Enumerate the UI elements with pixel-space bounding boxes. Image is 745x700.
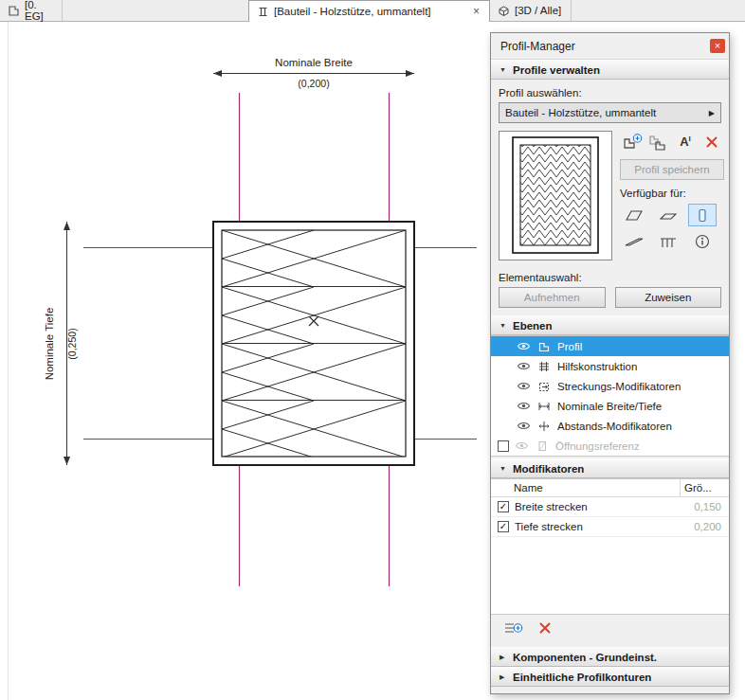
section-label: Komponenten - Grundeinst.: [513, 652, 657, 663]
panel-titlebar[interactable]: Profil-Manager ×: [491, 33, 729, 60]
visibility-eye-icon[interactable]: [517, 381, 532, 391]
nominal-dimension-icon: [537, 400, 552, 413]
section-header-profilkonturen[interactable]: ▶ Einheitliche Profilkonturen: [491, 667, 729, 687]
column-icon: [693, 207, 712, 224]
profile-preview: [499, 131, 612, 260]
layer-row-abstands-modifikatoren[interactable]: Abstands-Modifikatoren: [491, 416, 729, 436]
tab-floorplan[interactable]: [0. EG]: [0, 0, 63, 21]
panel-title: Profil-Manager: [500, 40, 575, 53]
layers-list: Profil Hilfskonstruktion Streckungs-Modi…: [491, 335, 729, 457]
section-label: Modifikatoren: [513, 463, 584, 475]
section-header-ebenen[interactable]: ▼ Ebenen: [491, 315, 729, 335]
panel-close-button[interactable]: ×: [710, 39, 725, 53]
layer-row-hilfskonstruktion[interactable]: Hilfskonstruktion: [491, 356, 729, 376]
view-tab-bar: [0. EG] [Bauteil - Holzstütze, ummantelt…: [0, 0, 745, 22]
stretch-modifier-icon: [537, 380, 552, 393]
modifier-row-tiefe-strecken[interactable]: ✓ Tiefe strecken 0,200: [491, 517, 729, 537]
availability-grid: [620, 204, 724, 253]
tab-profile-editor-label: [Bauteil - Holzstütze, ummantelt]: [274, 6, 431, 17]
construction-grid-icon: [537, 360, 552, 373]
floorplan-icon: [8, 5, 20, 17]
new-profile-button[interactable]: [620, 131, 645, 153]
delete-icon: [538, 621, 552, 635]
pick-up-button[interactable]: Aufnehmen: [499, 287, 606, 308]
tab-close-icon[interactable]: ×: [471, 5, 482, 18]
profile-preview-drawing: [500, 132, 611, 260]
wall-icon: [625, 207, 644, 223]
delete-profile-button[interactable]: [700, 131, 724, 153]
railing-availability-button[interactable]: [654, 230, 682, 253]
info-button[interactable]: [688, 230, 717, 253]
modifier-value[interactable]: 0,150: [681, 501, 729, 512]
section-header-modifikatoren[interactable]: ▼ Modifikatoren: [491, 458, 729, 478]
delete-icon: [705, 135, 718, 149]
available-for-label: Verfügbar für:: [620, 188, 724, 199]
app-window: [0. EG] [Bauteil - Holzstütze, ummantelt…: [0, 0, 745, 700]
slab-availability-button[interactable]: [654, 204, 682, 226]
modifier-value[interactable]: 0,200: [681, 521, 729, 532]
selected-profile-name: Bauteil - Holzstütze, ummantelt: [505, 107, 656, 118]
modifier-checkbox[interactable]: ✓: [498, 521, 509, 532]
modifier-name: Breite strecken: [515, 501, 588, 512]
collapse-triangle-icon: ▼: [500, 322, 507, 329]
modifiers-table: Name Grö... ✓ Breite strecken 0,150 ✓ Ti…: [491, 478, 729, 615]
layer-row-nominale-breite-tiefe[interactable]: Nominale Breite/Tiefe: [491, 396, 729, 416]
3d-view-icon: [498, 5, 510, 17]
dropdown-arrow-icon: ▶: [709, 109, 715, 117]
duplicate-profile-button[interactable]: [646, 131, 671, 153]
info-icon: [694, 233, 711, 250]
modifier-checkbox[interactable]: ✓: [498, 501, 509, 512]
collapse-triangle-icon: ▼: [500, 465, 507, 472]
railing-icon: [659, 234, 678, 249]
layer-row-oeffnungsreferenz[interactable]: Öffnungsreferenz: [491, 436, 729, 456]
width-dim-value: (0,200): [298, 78, 329, 89]
profil-manager-panel: Profil-Manager × ▼ Profile verwalten Pro…: [490, 32, 730, 694]
profile-editor-icon: [257, 6, 269, 18]
profile-preview-section: AI Profil speichern Verfügbar für:: [499, 131, 721, 260]
add-modifier-button[interactable]: [502, 619, 523, 638]
column-availability-button[interactable]: [688, 204, 717, 226]
tab-floorplan-label: [0. EG]: [25, 0, 54, 22]
layer-label: Streckungs-Modifikatoren: [557, 381, 681, 392]
element-selection-buttons: Aufnehmen Zuweisen: [499, 287, 721, 308]
depth-dim-label: Nominale Tiefe: [44, 308, 55, 381]
visibility-eye-icon[interactable]: [517, 361, 532, 371]
layer-row-profil[interactable]: Profil: [491, 336, 729, 356]
save-profile-button[interactable]: Profil speichern: [620, 159, 724, 180]
rename-profile-button[interactable]: AI: [673, 131, 698, 153]
visibility-eye-icon[interactable]: [515, 440, 530, 451]
profile-select-label: Profil auswählen:: [499, 87, 721, 99]
modifiers-toolbar: [491, 615, 729, 643]
profile-select-dropdown[interactable]: Bauteil - Holzstütze, ummantelt ▶: [499, 102, 721, 123]
section-header-profile-verwalten[interactable]: ▼ Profile verwalten: [491, 60, 729, 80]
layer-label: Abstands-Modifikatoren: [557, 421, 672, 432]
tab-profile-editor[interactable]: [Bauteil - Holzstütze, ummantelt] ×: [248, 0, 490, 22]
section-header-komponenten[interactable]: ▶ Komponenten - Grundeinst.: [491, 647, 729, 667]
modifier-name: Tiefe strecken: [515, 521, 583, 532]
width-dim-label: Nominale Breite: [275, 57, 353, 68]
section-label: Einheitliche Profilkonturen: [513, 672, 651, 683]
slab-icon: [659, 207, 678, 223]
tab-3d[interactable]: [3D / Alle]: [490, 0, 572, 21]
beam-icon: [625, 234, 644, 249]
visibility-eye-icon[interactable]: [517, 421, 532, 431]
delete-modifier-button[interactable]: [538, 621, 552, 637]
profile-tools: AI: [620, 131, 724, 153]
layer-row-streckungs-modifikatoren[interactable]: Streckungs-Modifikatoren: [491, 376, 729, 396]
wall-availability-button[interactable]: [620, 204, 648, 226]
collapse-triangle-icon: ▼: [500, 66, 507, 73]
modifiers-table-header[interactable]: Name Grö...: [491, 479, 729, 497]
visibility-eye-icon[interactable]: [517, 401, 532, 411]
beam-availability-button[interactable]: [620, 230, 648, 253]
visibility-eye-icon[interactable]: [517, 341, 532, 351]
element-selection-label: Elementauswahl:: [499, 272, 721, 283]
column-header-name[interactable]: Name: [514, 482, 543, 494]
column-header-size[interactable]: Grö...: [680, 479, 729, 496]
layer-checkbox[interactable]: [498, 440, 509, 452]
profile-inner-contour[interactable]: [222, 230, 406, 457]
assign-button[interactable]: Zuweisen: [615, 287, 722, 308]
expand-triangle-icon: ▶: [500, 654, 507, 661]
add-modifier-icon: [502, 619, 523, 637]
duplicate-profile-icon: [647, 132, 670, 153]
modifier-row-breite-strecken[interactable]: ✓ Breite strecken 0,150: [491, 497, 729, 517]
